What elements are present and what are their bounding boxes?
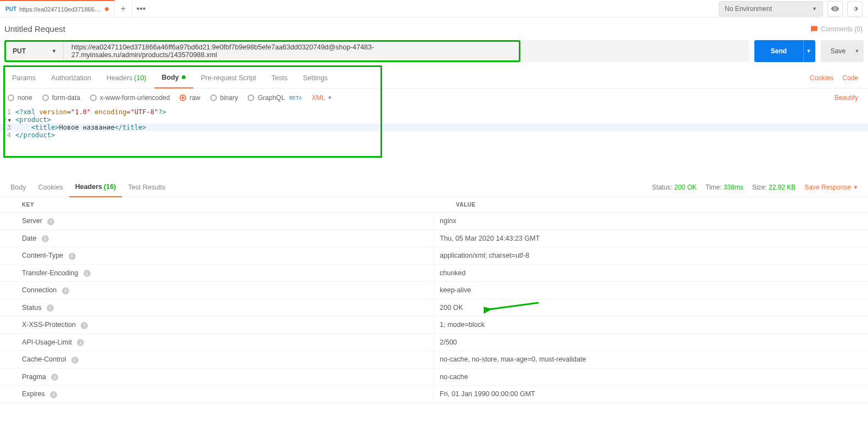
- body-xwww[interactable]: x-www-form-urlencoded: [90, 94, 170, 102]
- header-value: application/xml; charset=utf-8: [434, 247, 869, 265]
- req-section: Params Authorization Headers (10) Body P…: [0, 68, 868, 161]
- info-icon: i: [42, 235, 49, 242]
- header-key: API-Usage-Limit i: [0, 333, 434, 351]
- body-formdata[interactable]: form-data: [42, 94, 80, 102]
- header-value: no-cache: [434, 368, 869, 386]
- info-icon: i: [50, 391, 57, 398]
- table-row: API-Usage-Limit i2/500: [0, 333, 868, 351]
- environment-quicklook-button[interactable]: [827, 1, 843, 16]
- chevron-down-icon: ▼: [807, 48, 811, 54]
- response-tabs: Body Cookies Headers (16) Test Results S…: [0, 177, 868, 197]
- response-headers-table: KEY VALUE Server inginxDate iThu, 05 Mar…: [0, 197, 868, 403]
- method-select[interactable]: PUT ▼: [6, 42, 64, 60]
- header-value: 1; mode=block: [434, 316, 869, 334]
- save-group: Save ▼: [821, 40, 864, 62]
- send-button[interactable]: Send: [754, 40, 804, 62]
- request-title[interactable]: Untitled Request: [4, 24, 65, 34]
- header-value: Thu, 05 Mar 2020 14:43:23 GMT: [434, 230, 869, 247]
- col-value: VALUE: [434, 197, 869, 213]
- unsaved-dot-icon: [105, 7, 109, 11]
- header-key: Date i: [0, 230, 434, 247]
- header-key: X-XSS-Protection i: [0, 316, 434, 334]
- chevron-down-icon: ▼: [855, 48, 860, 54]
- header-value: no-cache, no-store, max-age=0, must-reva…: [434, 351, 869, 369]
- code-editor[interactable]: 1<?xml version="1.0" encoding="UTF-8"?> …: [0, 107, 868, 161]
- body-format-select[interactable]: XML ▼: [312, 94, 333, 102]
- info-icon: i: [62, 287, 69, 294]
- beta-badge: BETA: [289, 95, 302, 101]
- col-key: KEY: [0, 197, 434, 213]
- body-raw[interactable]: raw: [180, 94, 200, 102]
- tab-authorization[interactable]: Authorization: [43, 68, 99, 88]
- body-graphql[interactable]: GraphQLBETA: [248, 94, 301, 102]
- header-value: chunked: [434, 264, 869, 282]
- req-right-links: Cookies Code: [810, 74, 864, 82]
- new-tab-button[interactable]: +: [115, 0, 132, 18]
- tab-tests[interactable]: Tests: [264, 68, 295, 88]
- request-tab[interactable]: PUT https://ea0247110ed371866a4...: [0, 0, 115, 18]
- time-label: Time: 338ms: [705, 184, 743, 191]
- body-none[interactable]: none: [8, 94, 32, 102]
- comment-icon: [810, 25, 818, 33]
- tab-settings[interactable]: Settings: [295, 68, 335, 88]
- save-dropdown[interactable]: ▼: [850, 40, 864, 62]
- code-link[interactable]: Code: [842, 74, 858, 82]
- header-key: Status i: [0, 299, 434, 316]
- table-row: Cache-Control ino-cache, no-store, max-a…: [0, 351, 868, 369]
- resp-tab-tests[interactable]: Test Results: [122, 177, 171, 197]
- tabs-container: PUT https://ea0247110ed371866a4... + •••: [0, 0, 719, 18]
- chevron-down-icon: ▼: [327, 95, 332, 101]
- svg-line-1: [489, 303, 539, 309]
- info-icon: i: [83, 270, 91, 277]
- method-label: PUT: [13, 47, 26, 55]
- body-binary[interactable]: binary: [210, 94, 238, 102]
- gear-icon: [850, 4, 859, 13]
- header-key: Transfer-Encoding i: [0, 264, 434, 282]
- table-row: Status i200 OK: [0, 299, 868, 316]
- header-key: Cache-Control i: [0, 351, 434, 369]
- resp-tab-body[interactable]: Body: [4, 177, 32, 197]
- cookies-link[interactable]: Cookies: [810, 74, 833, 82]
- tab-headers[interactable]: Headers (10): [99, 68, 154, 88]
- table-row: Expires iFri, 01 Jan 1990 00:00:00 GMT: [0, 386, 868, 403]
- table-row: Server inginx: [0, 213, 868, 230]
- url-extend: [520, 40, 749, 62]
- info-icon: i: [47, 304, 54, 312]
- header-key: Expires i: [0, 386, 434, 403]
- eye-icon: [831, 4, 839, 13]
- dot-icon: [182, 75, 186, 79]
- tab-params[interactable]: Params: [4, 68, 43, 88]
- info-icon: i: [81, 322, 88, 329]
- send-group: Send ▼: [754, 40, 815, 62]
- header-key: Connection i: [0, 282, 434, 299]
- table-row: Date iThu, 05 Mar 2020 14:43:23 GMT: [0, 230, 868, 247]
- header-value: keep-alive: [434, 282, 869, 299]
- method-url-wrap: PUT ▼ https://ea0247110ed371866a46ff6a97…: [4, 40, 520, 62]
- settings-button[interactable]: [847, 1, 863, 16]
- table-row: Content-Type iapplication/xml; charset=u…: [0, 247, 868, 265]
- send-dropdown[interactable]: ▼: [802, 40, 815, 62]
- environment-select[interactable]: No Environment ▼: [719, 1, 823, 16]
- beautify-button[interactable]: Beautify: [835, 94, 860, 102]
- save-response-button[interactable]: Save Response ▼: [804, 184, 858, 191]
- tab-url: https://ea0247110ed371866a4...: [19, 6, 102, 13]
- url-row: PUT ▼ https://ea0247110ed371866a46ff6a97…: [0, 40, 868, 68]
- comments-button[interactable]: Comments (0): [810, 25, 863, 33]
- chevron-down-icon: ▼: [52, 48, 57, 54]
- comments-label: Comments (0): [821, 25, 863, 33]
- resp-tab-headers[interactable]: Headers (16): [69, 177, 122, 197]
- tab-body[interactable]: Body: [154, 68, 193, 88]
- more-tabs-button[interactable]: •••: [132, 0, 150, 18]
- header-value: nginx: [434, 213, 869, 230]
- body-options: none form-data x-www-form-urlencoded raw…: [0, 88, 868, 107]
- header-key: Server i: [0, 213, 434, 230]
- tab-prerequest[interactable]: Pre-request Script: [193, 68, 264, 88]
- resp-tab-cookies[interactable]: Cookies: [32, 177, 69, 197]
- table-row: Transfer-Encoding ichunked: [0, 264, 868, 282]
- radio-icon: [180, 95, 186, 101]
- size-label: Size: 22.92 KB: [752, 184, 796, 191]
- chevron-down-icon: ▼: [812, 6, 817, 12]
- radio-icon: [210, 95, 217, 101]
- url-input[interactable]: https://ea0247110ed371866a46ff6a97bd6d21…: [64, 42, 519, 60]
- table-row: Connection ikeep-alive: [0, 282, 868, 299]
